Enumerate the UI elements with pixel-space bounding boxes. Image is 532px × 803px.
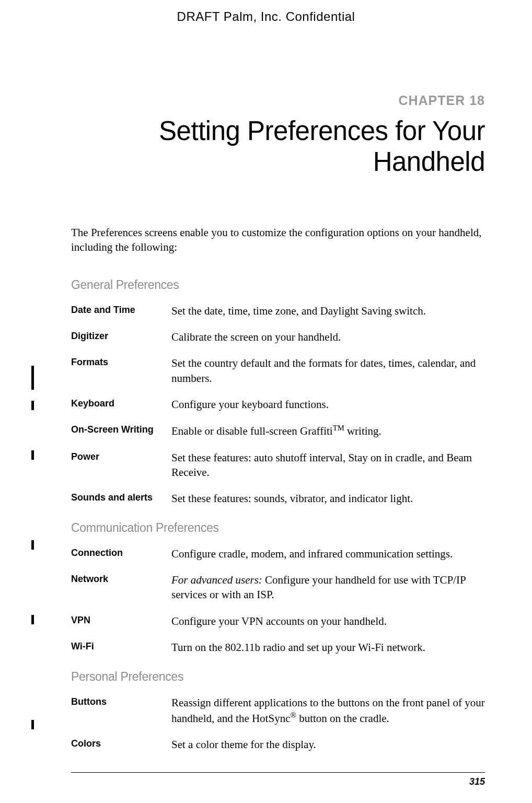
change-bar (31, 366, 34, 390)
desc-power: Set these features: auto shutoff interva… (171, 450, 485, 492)
list-item: Connection Configure cradle, modem, and … (71, 546, 485, 573)
footer-rule (71, 772, 485, 773)
term-formats: Formats (71, 356, 171, 397)
term-sounds-and-alerts: Sounds and alerts (71, 491, 171, 517)
change-bar (31, 615, 34, 624)
desc-colors: Set a color theme for the display. (171, 737, 485, 763)
general-prefs-list: Date and Time Set the date, time, time z… (71, 304, 485, 518)
desc-buttons: Reassign different applications to the b… (171, 695, 485, 738)
list-item: Date and Time Set the date, time, time z… (71, 304, 485, 330)
change-bar (31, 720, 34, 729)
list-item: Network For advanced users: Configure yo… (71, 573, 485, 614)
term-digitizer: Digitizer (71, 330, 171, 356)
trademark-symbol: TM (333, 424, 344, 432)
term-network: Network (71, 573, 171, 614)
term-colors: Colors (71, 737, 171, 763)
communication-prefs-list: Connection Configure cradle, modem, and … (71, 546, 485, 667)
list-item: Keyboard Configure your keyboard functio… (71, 397, 485, 423)
desc-network: For advanced users: Configure your handh… (171, 573, 485, 614)
desc-date-and-time: Set the date, time, time zone, and Dayli… (171, 304, 485, 330)
list-item: Wi-Fi Turn on the 802.11b radio and set … (71, 640, 485, 666)
term-connection: Connection (71, 546, 171, 573)
list-item: Sounds and alerts Set these features: so… (71, 491, 485, 517)
personal-prefs-list: Buttons Reassign different applications … (71, 695, 485, 764)
section-heading-general: General Preferences (71, 278, 485, 292)
term-date-and-time: Date and Time (71, 304, 171, 330)
chapter-title: Setting Preferences for Your Handheld (71, 115, 485, 177)
term-buttons: Buttons (71, 695, 171, 738)
desc-wifi: Turn on the 802.11b radio and set up you… (171, 640, 485, 666)
list-item: Colors Set a color theme for the display… (71, 737, 485, 763)
page-number: 315 (469, 776, 485, 787)
desc-connection: Configure cradle, modem, and infrared co… (171, 546, 485, 573)
term-keyboard: Keyboard (71, 397, 171, 423)
chapter-label: CHAPTER 18 (71, 93, 485, 108)
desc-keyboard: Configure your keyboard functions. (171, 397, 485, 423)
list-item: On-Screen Writing Enable or disable full… (71, 423, 485, 450)
term-wifi: Wi-Fi (71, 640, 171, 666)
change-bar (31, 450, 34, 460)
change-bar (31, 401, 34, 410)
desc-sounds-and-alerts: Set these features: sounds, vibrator, an… (171, 491, 485, 517)
intro-paragraph: The Preferences screens enable you to cu… (71, 225, 485, 255)
list-item: Buttons Reassign different applications … (71, 695, 485, 738)
desc-formats: Set the country default and the formats … (171, 356, 485, 397)
desc-digitizer: Calibrate the screen on your handheld. (171, 330, 485, 356)
change-bar (31, 540, 34, 550)
registered-symbol: ® (290, 711, 296, 719)
list-item: Power Set these features: auto shutoff i… (71, 450, 485, 492)
section-heading-communication: Communication Preferences (71, 521, 485, 535)
desc-vpn: Configure your VPN accounts on your hand… (171, 614, 485, 640)
list-item: Digitizer Calibrate the screen on your h… (71, 330, 485, 356)
desc-on-screen-writing: Enable or disable full-screen GraffitiTM… (171, 423, 485, 450)
section-heading-personal: Personal Preferences (71, 670, 485, 684)
list-item: Formats Set the country default and the … (71, 356, 485, 397)
header-watermark: DRAFT Palm, Inc. Confidential (0, 9, 532, 24)
term-on-screen-writing: On-Screen Writing (71, 423, 171, 450)
list-item: VPN Configure your VPN accounts on your … (71, 614, 485, 640)
term-vpn: VPN (71, 614, 171, 640)
term-power: Power (71, 450, 171, 492)
